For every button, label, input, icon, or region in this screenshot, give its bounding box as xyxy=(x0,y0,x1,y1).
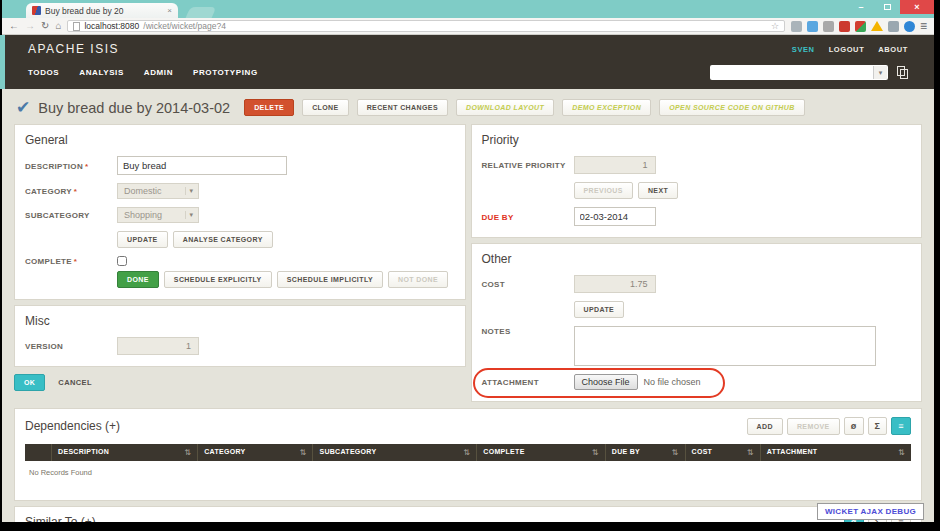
extension-icon[interactable] xyxy=(791,21,802,32)
menu-item-prototyping[interactable]: PROTOTYPING xyxy=(193,68,258,77)
hide-columns-icon[interactable]: ø xyxy=(844,417,864,435)
user-link[interactable]: SVEN xyxy=(792,45,815,54)
column-header-due-by[interactable]: DUE BY⇅ xyxy=(605,444,685,461)
complete-row: COMPLETE* DONE SCHEDULE EXPLICITLY SCHED… xyxy=(25,256,455,288)
description-label: DESCRIPTION* xyxy=(25,161,117,171)
wicket-ajax-debug-link[interactable]: WICKET AJAX DEBUG xyxy=(817,503,924,520)
tab-close-icon[interactable]: × xyxy=(167,6,172,15)
column-header-category[interactable]: CATEGORY⇅ xyxy=(198,444,313,461)
required-marker: * xyxy=(85,162,88,171)
attachment-row: ATTACHMENT Choose File No file chosen xyxy=(482,374,912,390)
chevron-down-icon[interactable]: ▾ xyxy=(873,66,887,79)
menu-item-admin[interactable]: ADMIN xyxy=(144,68,173,77)
notes-textarea[interactable] xyxy=(574,326,876,366)
complete-checkbox[interactable] xyxy=(117,256,127,266)
schedule-explicitly-button[interactable]: SCHEDULE EXPLICITLY xyxy=(164,271,272,288)
due-by-row: DUE BY xyxy=(482,207,912,226)
extension-icon[interactable] xyxy=(871,21,883,31)
screenshot-stage: Buy bread due by 20 × – × ← → ↻ ⌂ localh… xyxy=(0,0,940,531)
url-bar[interactable]: localhost:8080/wicket/wicket/page?4 ☆ xyxy=(67,20,785,32)
cost-row: COST 1.75 xyxy=(482,275,912,293)
extension-icon[interactable] xyxy=(855,21,866,32)
maximize-icon xyxy=(884,4,891,10)
url-host: localhost:8080 xyxy=(84,21,139,31)
browser-tab[interactable]: Buy bread due by 20 × xyxy=(26,3,178,18)
description-input[interactable] xyxy=(117,156,287,175)
cancel-button[interactable]: CANCEL xyxy=(58,378,92,387)
home-icon[interactable]: ⌂ xyxy=(55,21,61,31)
menu-item-analysis[interactable]: ANALYSIS xyxy=(79,68,124,77)
schedule-implicitly-button[interactable]: SCHEDULE IMPLICITLY xyxy=(277,271,383,288)
extension-icon[interactable] xyxy=(823,21,834,32)
add-button[interactable]: ADD xyxy=(747,418,783,435)
dependencies-panel: Dependencies (+) ADD REMOVE ø Σ ≡ DESCRI… xyxy=(14,408,922,501)
menu-item-todos[interactable]: TODOS xyxy=(28,68,59,77)
summary-view-icon[interactable]: Σ xyxy=(868,417,888,435)
cost-value: 1.75 xyxy=(574,275,656,293)
ok-button[interactable]: OK xyxy=(14,374,45,391)
list-view-icon[interactable]: ≡ xyxy=(891,417,911,435)
logout-link[interactable]: LOGOUT xyxy=(829,45,865,54)
recent-changes-button[interactable]: RECENT CHANGES xyxy=(357,99,448,116)
extension-icon[interactable] xyxy=(888,21,899,32)
delete-button[interactable]: DELETE xyxy=(244,99,294,116)
new-tab-button[interactable] xyxy=(186,7,217,18)
category-row: CATEGORY* Domestic▾ xyxy=(25,183,455,199)
empty-table-row: No Records Found xyxy=(25,461,911,491)
next-button[interactable]: NEXT xyxy=(638,182,678,199)
column-header-attachment[interactable]: ATTACHMENT⇅ xyxy=(760,444,911,461)
analyse-category-button[interactable]: ANALYSE CATEGORY xyxy=(173,231,273,248)
dependencies-toolbar: ADD REMOVE ø Σ ≡ xyxy=(747,417,912,435)
extension-icon[interactable] xyxy=(839,21,850,32)
remove-button: REMOVE xyxy=(787,418,840,435)
choose-file-button[interactable]: Choose File xyxy=(574,374,638,390)
general-heading: General xyxy=(25,133,455,147)
extension-icon[interactable] xyxy=(904,21,915,32)
attachment-label: ATTACHMENT xyxy=(482,377,574,387)
column-header-subcategory[interactable]: SUBCATEGORY⇅ xyxy=(313,444,477,461)
update-cost-button[interactable]: UPDATE xyxy=(574,301,625,318)
left-column: General DESCRIPTION* CATEGORY* Domestic▾… xyxy=(14,124,466,391)
reload-icon[interactable]: ↻ xyxy=(41,21,49,31)
download-layout-button[interactable]: DOWNLOAD LAYOUT xyxy=(456,99,554,116)
open-source-button[interactable]: OPEN SOURCE CODE ON GITHUB xyxy=(659,99,805,116)
sort-icon: ⇅ xyxy=(463,448,470,457)
dependencies-header: Dependencies (+) ADD REMOVE ø Σ ≡ xyxy=(25,417,911,435)
relative-priority-label: RELATIVE PRIORITY xyxy=(482,160,574,170)
entity-title-row: ✔ Buy bread due by 2014-03-02 DELETE CLO… xyxy=(16,99,920,116)
copy-icon[interactable] xyxy=(897,66,908,79)
other-heading: Other xyxy=(482,252,912,266)
required-marker: * xyxy=(74,257,77,266)
no-records-text: No Records Found xyxy=(25,461,911,491)
browser-toolbar: ← → ↻ ⌂ localhost:8080/wicket/wicket/pag… xyxy=(2,18,934,35)
favicon-icon xyxy=(32,6,41,15)
maximize-button[interactable] xyxy=(874,0,900,14)
category-label: CATEGORY* xyxy=(25,186,117,196)
chevron-down-icon: ▾ xyxy=(185,187,196,195)
bookmark-star-icon[interactable]: ☆ xyxy=(771,21,779,31)
previous-button: PREVIOUS xyxy=(574,182,633,199)
update-category-button[interactable]: UPDATE xyxy=(117,231,168,248)
column-header-description[interactable]: DESCRIPTION⇅ xyxy=(52,444,198,461)
due-by-input[interactable] xyxy=(574,207,656,226)
minimize-button[interactable]: – xyxy=(848,0,874,14)
category-actions-row: UPDATE ANALYSE CATEGORY xyxy=(25,231,455,248)
extension-icon[interactable] xyxy=(807,21,818,32)
browser-menu-icon[interactable]: ≡ xyxy=(920,19,927,33)
close-button[interactable]: × xyxy=(900,0,934,14)
sort-icon: ⇅ xyxy=(747,448,754,457)
demo-exception-button[interactable]: DEMO EXCEPTION xyxy=(562,99,651,116)
relative-priority-row: RELATIVE PRIORITY 1 xyxy=(482,156,912,174)
clone-button[interactable]: CLONE xyxy=(302,99,349,116)
forward-icon: → xyxy=(25,21,35,31)
column-header-cost[interactable]: COST⇅ xyxy=(685,444,760,461)
version-label: VERSION xyxy=(25,341,117,351)
done-button[interactable]: DONE xyxy=(117,271,159,288)
about-link[interactable]: ABOUT xyxy=(878,45,908,54)
column-header-complete[interactable]: COMPLETE⇅ xyxy=(477,444,605,461)
extension-row: ≡ xyxy=(791,19,927,33)
search-combobox[interactable]: ▾ xyxy=(710,65,888,80)
page-content: ✔ Buy bread due by 2014-03-02 DELETE CLO… xyxy=(2,89,934,522)
window-frame-accent xyxy=(0,35,5,89)
back-icon[interactable]: ← xyxy=(9,21,19,31)
